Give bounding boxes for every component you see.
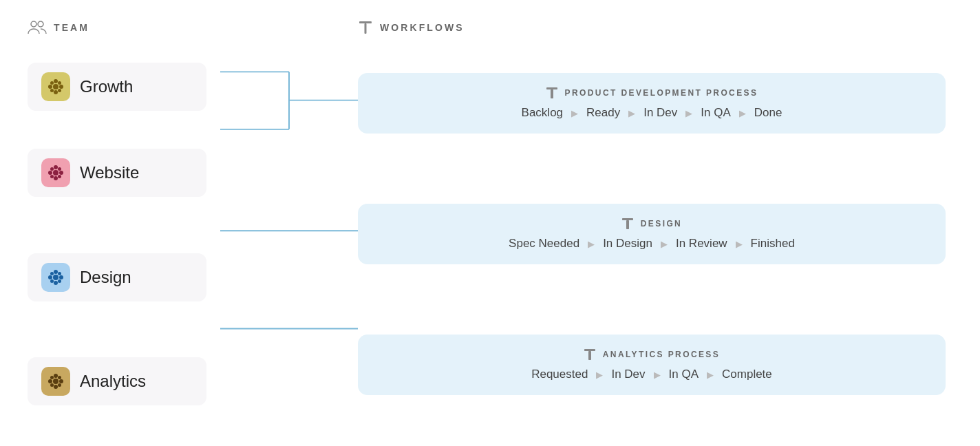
arrow-1: ▶ bbox=[571, 108, 578, 118]
workflow-design-title: DESIGN bbox=[621, 217, 682, 230]
step-in-review: In Review bbox=[676, 237, 727, 251]
team-card-analytics[interactable]: Analytics bbox=[28, 357, 206, 405]
svg-point-37 bbox=[58, 376, 61, 379]
workflow-product-dev-icon bbox=[546, 87, 558, 99]
step-done: Done bbox=[754, 106, 782, 120]
svg-point-31 bbox=[53, 379, 58, 384]
svg-point-1 bbox=[38, 21, 43, 27]
svg-rect-46 bbox=[546, 87, 557, 89]
svg-point-10 bbox=[58, 81, 61, 85]
website-label: Website bbox=[80, 163, 139, 182]
design-icon bbox=[41, 263, 70, 292]
svg-point-32 bbox=[54, 374, 58, 378]
svg-point-6 bbox=[54, 90, 58, 94]
arrow-a2: ▶ bbox=[654, 370, 661, 380]
workflow-design-label: DESIGN bbox=[641, 219, 682, 229]
svg-rect-48 bbox=[622, 218, 633, 220]
svg-point-19 bbox=[58, 167, 61, 171]
website-icon bbox=[41, 158, 70, 187]
workflow-card-design: DESIGN Spec Needed ▶ In Design ▶ In Revi… bbox=[358, 204, 946, 264]
step-spec-needed: Spec Needed bbox=[509, 237, 579, 251]
svg-point-13 bbox=[53, 170, 58, 176]
svg-point-8 bbox=[59, 85, 63, 89]
step-in-design: In Design bbox=[603, 237, 652, 251]
arrow-d2: ▶ bbox=[661, 239, 668, 249]
svg-point-38 bbox=[50, 383, 54, 387]
step-ready: Ready bbox=[586, 106, 620, 120]
team-card-website[interactable]: Website bbox=[28, 149, 206, 197]
workflow-product-dev-title: PRODUCT DEVELOPMENT PROCESS bbox=[546, 87, 758, 99]
analytics-icon bbox=[41, 367, 70, 396]
arrow-2: ▶ bbox=[628, 108, 635, 118]
workflows-header-label: WORKFLOWS bbox=[380, 22, 465, 33]
arrow-4: ▶ bbox=[739, 108, 746, 118]
step-complete: Complete bbox=[722, 368, 772, 381]
svg-point-7 bbox=[48, 85, 52, 89]
workflow-analytics-title: ANALYTICS PROCESS bbox=[584, 348, 720, 361]
svg-point-17 bbox=[59, 171, 63, 175]
workflow-analytics-label: ANALYTICS PROCESS bbox=[603, 350, 720, 359]
design-label: Design bbox=[80, 268, 131, 287]
step-requested: Requested bbox=[531, 368, 588, 381]
step-in-qa: In QA bbox=[701, 106, 730, 120]
arrow-3: ▶ bbox=[685, 108, 692, 118]
team-card-growth[interactable]: Growth bbox=[28, 63, 206, 111]
workflow-card-analytics: ANALYTICS PROCESS Requested ▶ In Dev ▶ I… bbox=[358, 334, 946, 395]
svg-point-30 bbox=[58, 279, 61, 283]
connector-svg bbox=[220, 48, 358, 427]
svg-point-4 bbox=[53, 84, 58, 89]
workflow-design-icon bbox=[621, 217, 634, 230]
arrow-d3: ▶ bbox=[736, 239, 743, 249]
workflows-header: WORKFLOWS bbox=[358, 20, 946, 35]
svg-point-9 bbox=[50, 81, 54, 85]
svg-point-25 bbox=[48, 275, 52, 279]
svg-rect-51 bbox=[588, 351, 591, 360]
svg-point-24 bbox=[54, 281, 58, 285]
svg-point-34 bbox=[48, 379, 52, 383]
team-header-label: TEAM bbox=[54, 22, 89, 33]
svg-point-22 bbox=[53, 275, 58, 280]
svg-rect-2 bbox=[359, 21, 372, 23]
workflow-card-product-dev: PRODUCT DEVELOPMENT PROCESS Backlog ▶ Re… bbox=[358, 73, 946, 134]
step-in-dev: In Dev bbox=[643, 106, 677, 120]
svg-point-15 bbox=[54, 176, 58, 180]
workflow-analytics-steps: Requested ▶ In Dev ▶ In QA ▶ Complete bbox=[531, 368, 772, 381]
svg-point-35 bbox=[59, 379, 63, 383]
workflow-product-dev-label: PRODUCT DEVELOPMENT PROCESS bbox=[565, 88, 758, 98]
workflow-product-dev-steps: Backlog ▶ Ready ▶ In Dev ▶ In QA ▶ Done bbox=[522, 106, 782, 120]
svg-rect-49 bbox=[626, 220, 629, 229]
svg-point-27 bbox=[50, 272, 54, 275]
team-header: TEAM bbox=[28, 19, 220, 36]
step-a-in-dev: In Dev bbox=[611, 368, 645, 381]
svg-point-29 bbox=[50, 279, 54, 283]
svg-point-16 bbox=[48, 171, 52, 175]
arrow-a1: ▶ bbox=[596, 370, 603, 380]
svg-point-26 bbox=[59, 275, 63, 279]
growth-label: Growth bbox=[80, 77, 133, 96]
svg-point-18 bbox=[50, 167, 54, 171]
step-a-in-qa: In QA bbox=[669, 368, 699, 381]
svg-point-14 bbox=[54, 165, 58, 169]
svg-point-0 bbox=[31, 21, 36, 27]
svg-point-39 bbox=[58, 383, 61, 387]
svg-point-11 bbox=[50, 89, 54, 92]
svg-rect-47 bbox=[551, 89, 553, 98]
workflow-design-steps: Spec Needed ▶ In Design ▶ In Review ▶ Fi… bbox=[509, 237, 795, 251]
step-finished: Finished bbox=[751, 237, 795, 251]
svg-point-36 bbox=[50, 376, 54, 379]
svg-point-21 bbox=[58, 175, 61, 178]
arrow-d1: ▶ bbox=[588, 239, 595, 249]
svg-point-5 bbox=[54, 79, 58, 83]
svg-rect-50 bbox=[584, 349, 595, 351]
svg-point-23 bbox=[54, 270, 58, 274]
svg-point-33 bbox=[54, 385, 58, 389]
team-card-design[interactable]: Design bbox=[28, 253, 206, 301]
svg-rect-3 bbox=[365, 23, 367, 34]
workflows-icon bbox=[358, 20, 373, 35]
arrow-a3: ▶ bbox=[707, 370, 714, 380]
analytics-label: Analytics bbox=[80, 372, 146, 391]
svg-point-28 bbox=[58, 272, 61, 275]
growth-icon bbox=[41, 72, 70, 101]
svg-point-12 bbox=[58, 89, 61, 92]
workflow-analytics-icon bbox=[584, 348, 596, 361]
